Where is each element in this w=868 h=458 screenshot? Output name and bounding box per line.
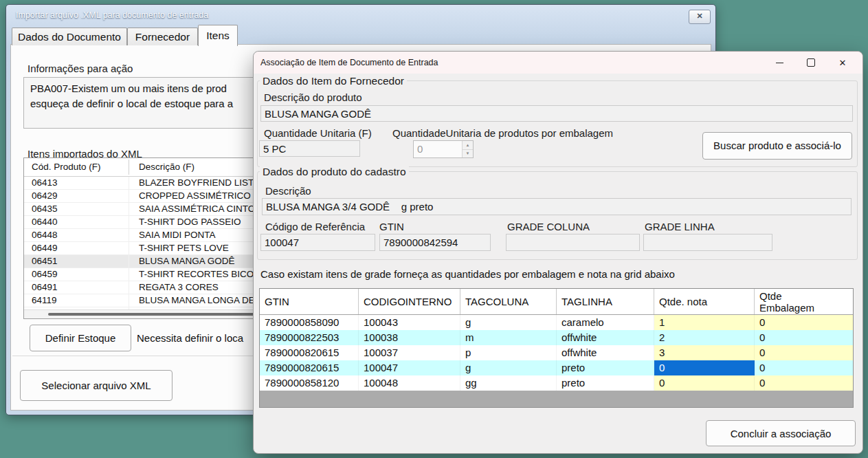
grade-grid: GTIN CODIGOINTERNO TAGCOLUNA TAGLINHA Qt… bbox=[259, 288, 854, 408]
title-bar[interactable]: Associação de Item de Documento de Entra… bbox=[254, 52, 863, 74]
column-divider bbox=[129, 203, 129, 215]
cell-gtin[interactable]: 7890000858120 bbox=[260, 375, 359, 391]
unit-qty-label: Quantidade Unitaria (F) bbox=[264, 127, 372, 139]
cell-description: T-SHIRT RECORTES BICOLO bbox=[139, 269, 266, 279]
grid-row[interactable]: 7890000820615 100047 g preto 0 0 bbox=[260, 360, 853, 375]
cell-taglinha[interactable]: offwhite bbox=[557, 330, 654, 345]
buscar-produto-button[interactable]: Buscar produto e associá-lo bbox=[702, 132, 852, 160]
grid-header-gtin: GTIN bbox=[260, 289, 359, 314]
column-divider bbox=[129, 294, 129, 307]
grid-row[interactable]: 7890000858120 100048 gg preto 0 0 bbox=[260, 375, 853, 391]
cell-tagcoluna[interactable]: p bbox=[460, 345, 557, 360]
cell-codigo[interactable]: 100047 bbox=[359, 360, 460, 375]
cell-qtde-embalagem[interactable]: 0 bbox=[755, 375, 854, 391]
cell-description: CROPPED ASSIMÉTRICO CO bbox=[139, 190, 267, 201]
cell-codigo[interactable]: 100043 bbox=[359, 315, 460, 330]
grid-header-codigointerno: CODIGOINTERNO bbox=[359, 289, 460, 314]
grade-linha-field[interactable] bbox=[643, 234, 772, 251]
cell-code: 06459 bbox=[32, 269, 58, 279]
cell-tagcoluna[interactable]: g bbox=[460, 315, 557, 330]
column-divider bbox=[129, 229, 129, 241]
spinner-up-icon[interactable]: ▲ bbox=[463, 141, 473, 150]
description-field[interactable]: BLUSA MANGA 3/4 GODÊ g preto bbox=[262, 198, 852, 215]
cell-taglinha[interactable]: caramelo bbox=[557, 315, 654, 330]
cell-gtin[interactable]: 7890000858090 bbox=[260, 315, 359, 330]
window-controls: ✕ bbox=[764, 52, 858, 74]
cell-qtde-embalagem[interactable]: 0 bbox=[755, 315, 854, 330]
gtin-field[interactable]: 7890000842594 bbox=[379, 234, 491, 251]
cell-qtde-nota[interactable]: 0 bbox=[654, 375, 755, 391]
maximize-button[interactable] bbox=[795, 52, 827, 74]
close-button[interactable]: ✕ bbox=[689, 10, 711, 24]
cell-qtde-nota[interactable]: 3 bbox=[654, 345, 755, 360]
cell-tagcoluna[interactable]: gg bbox=[460, 375, 557, 391]
grid-header-tagcoluna: TAGCOLUNA bbox=[460, 289, 557, 314]
cell-taglinha[interactable]: preto bbox=[557, 360, 654, 375]
ref-code-field[interactable]: 100047 bbox=[260, 234, 375, 251]
close-icon: ✕ bbox=[696, 12, 702, 20]
cell-taglinha[interactable]: offwhite bbox=[557, 345, 654, 360]
cell-description: T-SHIRT DOG PASSEIO bbox=[139, 217, 241, 227]
selecionar-arquivo-xml-button[interactable]: Selecionar arquivo XML bbox=[20, 370, 173, 401]
cell-codigo[interactable]: 100038 bbox=[359, 330, 460, 345]
spinner-down-icon[interactable]: ▼ bbox=[463, 150, 473, 158]
tab-itens[interactable]: Itens bbox=[198, 25, 238, 46]
column-divider bbox=[129, 281, 129, 294]
estoque-warning-text: Necessita definir o loca bbox=[137, 332, 243, 344]
grid-row[interactable]: 7890000820615 100037 p offwhite 3 0 bbox=[260, 345, 853, 360]
cell-qtde-nota-selected[interactable]: 0 bbox=[654, 360, 755, 375]
product-description-label: Descrição do produto bbox=[264, 91, 362, 103]
cell-qtde-embalagem[interactable]: 0 bbox=[755, 360, 854, 375]
qty-per-package-spinner[interactable]: 0 ▲ ▼ bbox=[413, 140, 474, 158]
desktop: Importar arquivo .XML para documento de … bbox=[0, 0, 868, 458]
cell-tagcoluna[interactable]: g bbox=[460, 360, 557, 375]
cell-qtde-nota[interactable]: 2 bbox=[654, 330, 755, 345]
cell-code: 06440 bbox=[32, 217, 58, 227]
cell-qtde-nota[interactable]: 1 bbox=[654, 315, 755, 330]
cell-gtin[interactable]: 7890000820615 bbox=[260, 360, 359, 375]
cell-taglinha[interactable]: preto bbox=[557, 375, 654, 391]
supplier-group-label: Dados do Item do Fornecedor bbox=[260, 75, 407, 87]
cell-code: 06435 bbox=[32, 204, 58, 214]
unit-qty-field[interactable]: 5 PC bbox=[259, 140, 360, 157]
maximize-icon bbox=[807, 58, 815, 67]
cell-code: 06413 bbox=[32, 177, 58, 188]
cell-description: REGATA 3 CORES bbox=[139, 282, 219, 292]
cell-code: 06448 bbox=[32, 230, 58, 240]
close-icon: ✕ bbox=[839, 58, 847, 67]
grid-row[interactable]: 7890000822503 100038 m offwhite 2 0 bbox=[260, 330, 853, 345]
grid-empty-area bbox=[260, 391, 853, 407]
cell-code: 06429 bbox=[32, 190, 58, 201]
cell-codigo[interactable]: 100048 bbox=[359, 375, 460, 391]
ref-code-label: Código de Referência bbox=[265, 221, 365, 232]
associacao-item-window: Associação de Item de Documento de Entra… bbox=[253, 51, 863, 454]
gtin-label: GTIN bbox=[379, 221, 404, 232]
cell-gtin[interactable]: 7890000822503 bbox=[260, 330, 359, 345]
window-title: Associação de Item de Documento de Entra… bbox=[260, 52, 438, 74]
cell-gtin[interactable]: 7890000820615 bbox=[260, 345, 359, 360]
tab-label: Dados do Documento bbox=[18, 31, 121, 43]
tab-dados-do-documento[interactable]: Dados do Documento bbox=[12, 28, 127, 45]
cell-description: BLUSA MANGA LONGA DETA bbox=[139, 295, 266, 305]
cell-codigo[interactable]: 100037 bbox=[359, 345, 460, 360]
grid-row[interactable]: 7890000858090 100043 g caramelo 1 0 bbox=[260, 315, 853, 330]
grade-coluna-field[interactable] bbox=[506, 234, 640, 251]
tab-label: Itens bbox=[206, 30, 230, 41]
column-divider bbox=[129, 216, 129, 228]
concluir-associacao-button[interactable]: Concluir a associação bbox=[706, 420, 856, 446]
column-divider bbox=[129, 268, 129, 281]
grid-header-qtde-embalagem: Qtde Embalagem bbox=[755, 289, 854, 314]
cell-description: BLAZER BOYFRIEND LISTRA bbox=[139, 177, 267, 188]
column-divider bbox=[129, 190, 129, 202]
grid-caption: Caso existam itens de grade forneça as q… bbox=[260, 268, 675, 280]
cell-qtde-embalagem[interactable]: 0 bbox=[755, 330, 854, 345]
product-description-field[interactable]: BLUSA MANGA GODÊ bbox=[260, 105, 853, 122]
cell-tagcoluna[interactable]: m bbox=[460, 330, 557, 345]
minimize-button[interactable] bbox=[764, 52, 795, 74]
column-divider bbox=[129, 160, 129, 175]
tab-fornecedor[interactable]: Fornecedor bbox=[127, 28, 198, 45]
cell-code: 64119 bbox=[32, 295, 57, 305]
definir-estoque-button[interactable]: Definir Estoque bbox=[30, 325, 131, 351]
close-button[interactable]: ✕ bbox=[827, 52, 858, 74]
cell-qtde-embalagem[interactable]: 0 bbox=[755, 345, 854, 360]
